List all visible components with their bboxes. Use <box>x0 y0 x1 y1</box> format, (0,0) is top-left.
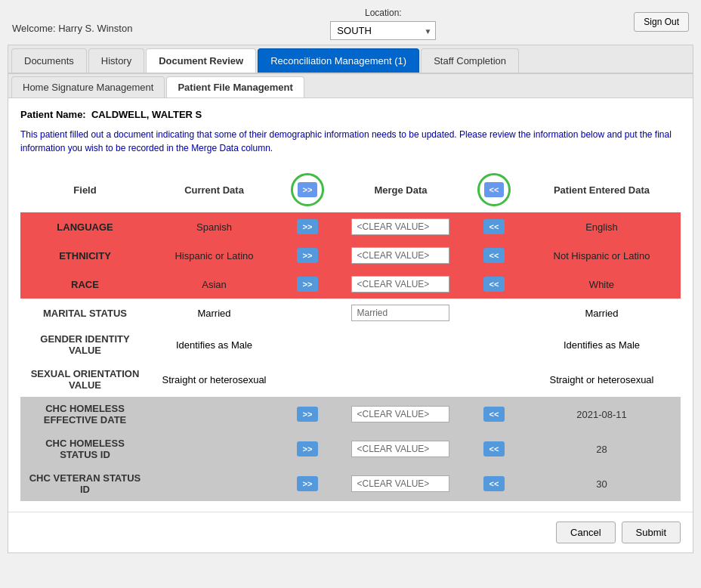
tab-patient-file[interactable]: Patient File Management <box>166 76 304 97</box>
top-bar: Welcome: Harry S. Winston Location: SOUT… <box>0 0 701 45</box>
info-text: This patient filled out a document indic… <box>20 128 681 155</box>
field-cell: GENDER IDENTITY VALUE <box>20 327 150 362</box>
merge-input[interactable] <box>351 247 449 264</box>
table-row: CHC HOMELESS EFFECTIVE DATE>><<2021-08-1… <box>20 397 681 432</box>
back-arrow-cell: << <box>465 432 523 466</box>
field-cell: MARITAL STATUS <box>20 299 150 327</box>
current-data-cell <box>150 397 279 432</box>
table-row: CHC VETERAN STATUS ID>><<30 <box>20 466 681 501</box>
th-field: Field <box>20 167 150 212</box>
current-data-cell: Asian <box>150 270 279 299</box>
patient-entered-cell: Not Hispanic or Latino <box>523 241 681 270</box>
merge-data-cell <box>336 299 465 327</box>
tabs-row2: Home Signature Management Patient File M… <box>8 74 693 98</box>
field-cell: CHC VETERAN STATUS ID <box>20 466 150 501</box>
back-row-button[interactable]: << <box>483 277 505 292</box>
data-table: Field Current Data >> Merge Data <box>20 167 681 501</box>
tab-reconciliation[interactable]: Reconciliation Management (1) <box>258 48 419 73</box>
main-container: Documents History Document Review Reconc… <box>8 45 693 553</box>
back-arrow-cell: << <box>465 397 523 432</box>
table-header-row: Field Current Data >> Merge Data <box>20 167 681 212</box>
forward-arrow-cell: >> <box>279 432 336 466</box>
forward-row-button[interactable]: >> <box>297 407 319 422</box>
forward-row-button[interactable]: >> <box>297 476 319 491</box>
forward-row-button[interactable]: >> <box>297 277 319 292</box>
patient-entered-cell: Identifies as Male <box>523 327 681 362</box>
current-data-cell: Hispanic or Latino <box>150 241 279 270</box>
forward-arrow-cell <box>279 299 336 327</box>
table-row: RACEAsian>><<White <box>20 270 681 299</box>
back-row-button[interactable]: << <box>483 219 505 234</box>
current-data-cell: Married <box>150 299 279 327</box>
patient-entered-cell: English <box>523 212 681 241</box>
forward-row-button[interactable]: >> <box>297 219 319 234</box>
merge-input[interactable] <box>351 305 449 321</box>
forward-arrow-cell: >> <box>279 212 336 241</box>
table-body: LANGUAGESpanish>><<EnglishETHNICITYHispa… <box>20 212 681 501</box>
th-back: << <box>465 167 523 212</box>
patient-name-line: Patient Name: CALDWELL, WALTER S <box>20 109 681 120</box>
merge-data-cell <box>336 212 465 241</box>
sign-out-button[interactable]: Sign Out <box>634 12 689 32</box>
patient-name-value: CALDWELL, WALTER S <box>91 109 202 120</box>
field-cell: SEXUAL ORIENTATION VALUE <box>20 362 150 397</box>
back-row-button[interactable]: << <box>483 407 505 422</box>
merge-input[interactable] <box>351 475 449 492</box>
forward-arrow-cell <box>279 362 336 397</box>
welcome-text: Welcome: Harry S. Winston <box>12 23 132 34</box>
submit-button[interactable]: Submit <box>622 521 681 543</box>
patient-entered-cell: 2021-08-11 <box>523 397 681 432</box>
forward-row-button[interactable]: >> <box>297 248 319 263</box>
patient-entered-cell: 30 <box>523 466 681 501</box>
th-patient-entered: Patient Entered Data <box>523 167 681 212</box>
merge-input[interactable] <box>351 406 449 422</box>
tab-document-review[interactable]: Document Review <box>146 48 256 73</box>
merge-data-cell <box>336 362 465 397</box>
back-arrow-cell <box>465 327 523 362</box>
patient-entered-cell: 28 <box>523 432 681 466</box>
content-area: Patient Name: CALDWELL, WALTER S This pa… <box>8 98 693 512</box>
current-data-cell: Identifies as Male <box>150 327 279 362</box>
back-arrow-cell: << <box>465 241 523 270</box>
back-row-button[interactable]: << <box>483 248 505 263</box>
table-row: ETHNICITYHispanic or Latino>><<Not Hispa… <box>20 241 681 270</box>
back-row-button[interactable]: << <box>483 441 505 456</box>
tab-staff-completion[interactable]: Staff Completion <box>421 48 519 73</box>
location-select[interactable]: SOUTH <box>330 21 436 40</box>
forward-arrow-cell: >> <box>279 397 336 432</box>
back-circle: << <box>477 173 511 206</box>
back-all-button[interactable]: << <box>484 182 505 197</box>
back-arrow-cell <box>465 362 523 397</box>
table-row: GENDER IDENTITY VALUEIdentifies as MaleI… <box>20 327 681 362</box>
forward-arrow-cell <box>279 327 336 362</box>
tab-history[interactable]: History <box>88 48 144 73</box>
th-current-data: Current Data <box>150 167 279 212</box>
table-row: MARITAL STATUSMarriedMarried <box>20 299 681 327</box>
forward-all-button[interactable]: >> <box>298 182 318 197</box>
table-row: SEXUAL ORIENTATION VALUEStraight or hete… <box>20 362 681 397</box>
tab-home-signature[interactable]: Home Signature Management <box>11 76 165 97</box>
forward-arrow-cell: >> <box>279 466 336 501</box>
patient-name-label: Patient Name: <box>20 109 86 120</box>
th-merge-data: Merge Data <box>336 167 465 212</box>
bottom-bar: Cancel Submit <box>8 512 693 552</box>
back-arrow-cell: << <box>465 270 523 299</box>
location-group: Location: SOUTH <box>330 8 436 40</box>
field-cell: ETHNICITY <box>20 241 150 270</box>
location-label: Location: <box>365 8 402 18</box>
merge-input[interactable] <box>351 218 449 235</box>
back-row-button[interactable]: << <box>483 476 505 491</box>
forward-row-button[interactable]: >> <box>297 441 319 456</box>
tab-documents[interactable]: Documents <box>11 48 87 73</box>
merge-data-cell <box>336 432 465 466</box>
merge-data-cell <box>336 466 465 501</box>
merge-input[interactable] <box>351 276 449 292</box>
location-wrapper: SOUTH <box>330 21 436 40</box>
merge-data-cell <box>336 397 465 432</box>
field-cell: RACE <box>20 270 150 299</box>
back-arrow-cell: << <box>465 212 523 241</box>
cancel-button[interactable]: Cancel <box>556 521 615 543</box>
field-cell: CHC HOMELESS EFFECTIVE DATE <box>20 397 150 432</box>
merge-input[interactable] <box>351 441 449 457</box>
patient-entered-cell: Straight or heterosexual <box>523 362 681 397</box>
